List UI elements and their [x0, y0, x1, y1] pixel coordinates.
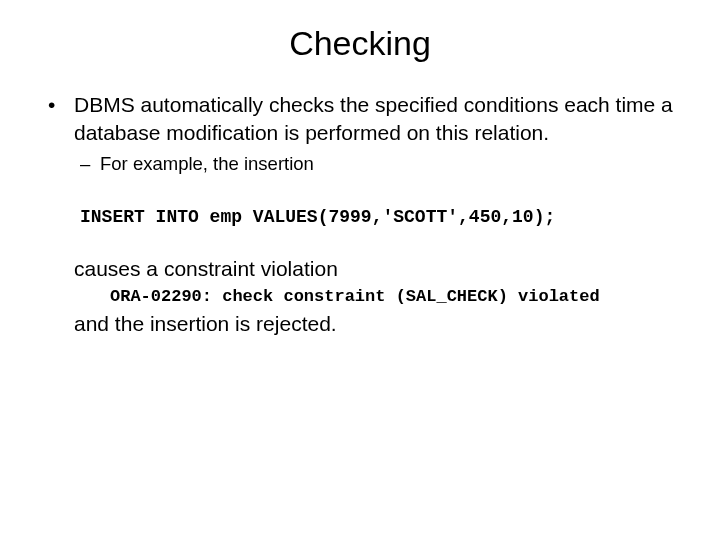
slide-title: Checking [40, 24, 680, 63]
code-insert: INSERT INTO emp VALUES(7999,'SCOTT',450,… [80, 207, 680, 227]
bullet-main: • DBMS automatically checks the specifie… [40, 91, 680, 148]
bullet-sub-text: For example, the insertion [100, 152, 680, 177]
code-error: ORA-02290: check constraint (SAL_CHECK) … [110, 287, 680, 306]
bullet-dash: – [74, 152, 100, 177]
body-violation: causes a constraint violation [74, 257, 680, 281]
body-rejected: and the insertion is rejected. [74, 312, 680, 336]
bullet-sub: – For example, the insertion [74, 152, 680, 177]
bullet-main-text: DBMS automatically checks the specified … [74, 91, 680, 148]
bullet-dot: • [40, 91, 74, 148]
slide: Checking • DBMS automatically checks the… [0, 0, 720, 336]
